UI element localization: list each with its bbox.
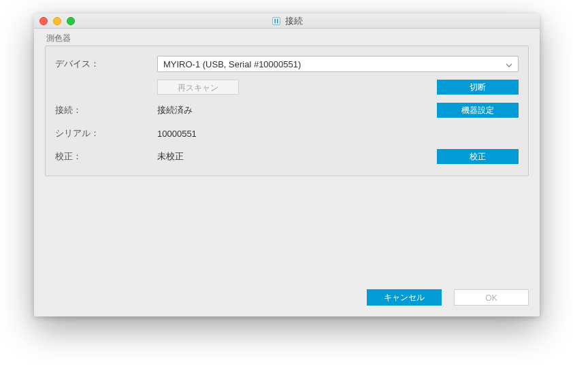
calibration-row: 校正： 未校正 校正 — [55, 147, 519, 166]
ok-button: OK — [454, 289, 529, 306]
titlebar: 接続 — [34, 14, 540, 29]
svg-rect-0 — [272, 17, 280, 24]
instrument-fieldset: デバイス： MYIRO-1 (USB, Serial #10000551) 再ス… — [45, 46, 529, 176]
window-body: 測色器 デバイス： MYIRO-1 (USB, Serial #10000551… — [34, 29, 540, 316]
calibration-label: 校正： — [55, 150, 157, 163]
device-select-value: MYIRO-1 (USB, Serial #10000551) — [163, 59, 301, 69]
dialog-window: 接続 測色器 デバイス： MYIRO-1 (USB, Serial #10000… — [34, 14, 540, 316]
app-icon — [272, 16, 281, 26]
device-row: デバイス： MYIRO-1 (USB, Serial #10000551) — [55, 54, 519, 74]
rescan-button: 再スキャン — [157, 80, 239, 95]
serial-row: シリアル： 10000551 — [55, 124, 519, 143]
connection-value: 接続済み — [157, 104, 434, 116]
connection-label: 接続： — [55, 104, 157, 116]
device-settings-button[interactable]: 機器設定 — [437, 103, 519, 118]
minimize-icon[interactable] — [53, 17, 61, 25]
group-label: 測色器 — [46, 33, 529, 44]
window-title: 接続 — [285, 15, 303, 27]
serial-label: シリアル： — [55, 127, 157, 140]
chevron-down-icon — [506, 59, 512, 69]
device-label: デバイス： — [55, 58, 157, 70]
window-controls — [39, 17, 75, 25]
title-content: 接続 — [272, 15, 303, 27]
device-select[interactable]: MYIRO-1 (USB, Serial #10000551) — [157, 56, 519, 72]
disconnect-button[interactable]: 切断 — [437, 80, 519, 95]
cancel-button[interactable]: キャンセル — [367, 289, 442, 306]
dialog-footer: キャンセル OK — [45, 281, 529, 306]
serial-value: 10000551 — [157, 129, 434, 139]
svg-rect-2 — [276, 18, 278, 23]
zoom-icon[interactable] — [67, 17, 75, 25]
connection-row: 接続： 接続済み 機器設定 — [55, 101, 519, 120]
rescan-row: 再スキャン 切断 — [55, 78, 519, 97]
close-icon[interactable] — [39, 17, 48, 25]
calibrate-button[interactable]: 校正 — [437, 149, 519, 164]
svg-rect-1 — [274, 18, 276, 23]
calibration-value: 未校正 — [157, 150, 434, 163]
